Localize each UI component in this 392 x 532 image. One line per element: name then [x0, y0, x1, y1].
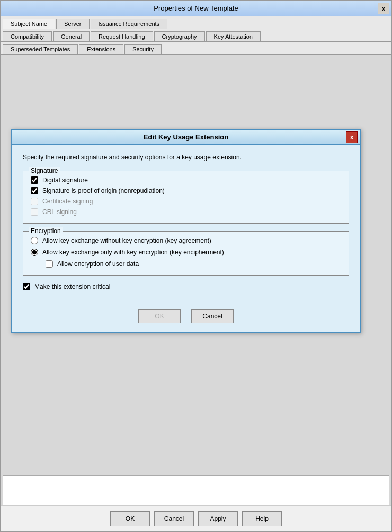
ok-button[interactable]: OK: [110, 511, 150, 526]
tab-key-attestation[interactable]: Key Attestation: [206, 31, 261, 41]
dialog-title: Edit Key Usage Extension: [144, 133, 228, 141]
allow-user-data-label: Allow encryption of user data: [57, 260, 139, 268]
digital-signature-label: Digital signature: [42, 176, 88, 184]
tab-row-2: Compatibility General Request Handling C…: [1, 29, 391, 42]
allow-user-data-checkbox[interactable]: [46, 260, 53, 268]
nonrepudiation-checkbox[interactable]: [31, 187, 38, 194]
encryption-group: Encryption Allow key exchange without ke…: [23, 231, 349, 276]
tab-superseded-templates[interactable]: Superseded Templates: [3, 44, 78, 54]
encryption-group-label: Encryption: [29, 227, 63, 235]
critical-extension-label: Make this extension critical: [34, 283, 110, 290]
outer-content: Edit Key Usage Extension x Specify the r…: [1, 55, 391, 507]
key-agreement-radio[interactable]: [31, 237, 38, 244]
dialog-description: Specify the required signature and secur…: [23, 153, 349, 162]
help-button[interactable]: Help: [242, 511, 282, 526]
key-encipherment-label: Allow key exchange only with key encrypt…: [42, 249, 224, 256]
tab-extensions[interactable]: Extensions: [79, 44, 123, 54]
dialog-ok-button[interactable]: OK: [138, 309, 181, 323]
dialog-close-button[interactable]: x: [346, 131, 358, 143]
checkbox-row-user-data: Allow encryption of user data: [46, 260, 341, 268]
signature-group-label: Signature: [29, 167, 60, 174]
outer-window: Properties of New Template x Subject Nam…: [0, 0, 392, 532]
dialog-close-icon: x: [350, 134, 354, 141]
tab-server[interactable]: Server: [56, 19, 89, 29]
certificate-signing-label: Certificate signing: [42, 198, 93, 205]
outer-close-button[interactable]: x: [378, 3, 389, 14]
nonrepudiation-label: Signature is proof of origin (nonrepudia…: [42, 187, 165, 194]
content-area: [3, 475, 389, 507]
key-agreement-label: Allow key exchange without key encryptio…: [42, 237, 211, 244]
critical-extension-row: Make this extension critical: [23, 283, 349, 290]
signature-group: Signature Digital signature Signature is…: [23, 171, 349, 224]
checkbox-row-certificate-signing: Certificate signing: [31, 198, 341, 205]
critical-extension-checkbox[interactable]: [23, 283, 30, 290]
outer-titlebar: Properties of New Template x: [1, 1, 391, 16]
dialog-cancel-button[interactable]: Cancel: [191, 309, 234, 323]
digital-signature-checkbox[interactable]: [31, 176, 38, 184]
tab-security[interactable]: Security: [124, 44, 162, 54]
crl-signing-label: CRL signing: [42, 208, 77, 216]
checkbox-row-digital-signature: Digital signature: [31, 176, 341, 184]
outer-footer: OK Cancel Apply Help: [1, 505, 391, 531]
edit-key-usage-dialog: Edit Key Usage Extension x Specify the r…: [11, 129, 361, 333]
key-encipherment-radio[interactable]: [31, 249, 38, 256]
tab-row-1: Subject Name Server Issuance Requirement…: [1, 16, 391, 29]
checkbox-row-nonrepudiation: Signature is proof of origin (nonrepudia…: [31, 187, 341, 194]
dialog-footer: OK Cancel: [12, 304, 360, 332]
checkbox-row-crl-signing: CRL signing: [31, 208, 341, 216]
radio-row-key-encipherment: Allow key exchange only with key encrypt…: [31, 249, 341, 256]
tab-cryptography[interactable]: Cryptography: [154, 31, 205, 41]
apply-button[interactable]: Apply: [198, 511, 238, 526]
dialog-body: Specify the required signature and secur…: [12, 145, 360, 304]
tab-row-3: Superseded Templates Extensions Security: [1, 42, 391, 55]
outer-window-title: Properties of New Template: [154, 4, 238, 12]
outer-close-icon: x: [382, 5, 385, 12]
modal-overlay: Edit Key Usage Extension x Specify the r…: [1, 55, 391, 507]
crl-signing-checkbox[interactable]: [31, 208, 38, 216]
tab-subject-name[interactable]: Subject Name: [3, 19, 55, 29]
dialog-titlebar: Edit Key Usage Extension x: [12, 130, 360, 145]
cancel-button[interactable]: Cancel: [154, 511, 194, 526]
radio-row-key-agreement: Allow key exchange without key encryptio…: [31, 237, 341, 244]
tab-request-handling[interactable]: Request Handling: [91, 31, 153, 41]
tab-compatibility[interactable]: Compatibility: [3, 31, 52, 41]
certificate-signing-checkbox[interactable]: [31, 198, 38, 205]
tab-issuance-requirements[interactable]: Issuance Requirements: [91, 19, 168, 29]
tab-general[interactable]: General: [53, 31, 90, 41]
